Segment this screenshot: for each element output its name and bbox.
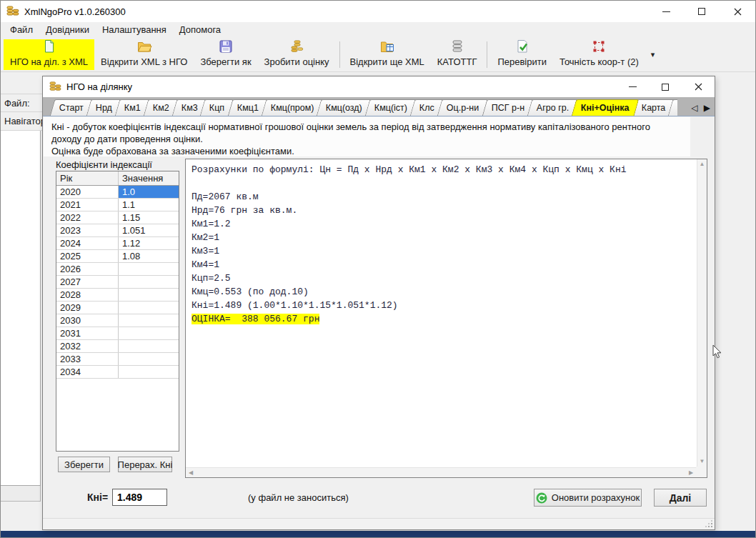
open-folder-icon [136,39,152,54]
kni-note: (у файл не заноситься) [248,492,349,503]
coordinate-precision-icon [591,39,607,54]
save-floppy-icon [218,39,234,54]
calc-line: Км2=1 [192,231,696,244]
table-row[interactable]: 2024 1.12 [56,237,179,250]
table-row[interactable]: 2026 [56,263,179,276]
dialog-title: НГО на ділянку [66,81,132,92]
toolbar-button-check[interactable]: Перевірити [491,39,553,70]
calc-line [192,176,696,190]
toolbar-dropdown-caret-icon[interactable] [645,39,661,70]
dialog-maximize-button[interactable] [649,76,682,97]
navigator-footer-stub [1,486,41,502]
calc-line: Км4=1 [192,258,696,272]
tab[interactable]: Кмц(пром) [261,99,323,116]
kni-input[interactable] [112,489,167,506]
table-row[interactable]: 2033 [56,353,179,366]
scroll-up-icon[interactable] [697,159,707,169]
toolbar-button-open-xml[interactable]: Відкрити XML з НГО [94,39,194,70]
dialog-close-button[interactable] [682,76,715,97]
table-row[interactable]: 2029 [56,302,179,314]
navigator-label: Навігатор [1,113,42,131]
table-row[interactable]: 2028 [56,289,179,302]
main-window: XmlNgoPro v1.0.260300 ФайлДовідникиНалаш… [0,0,756,538]
next-button[interactable]: Далі [654,489,707,507]
toolbar-button-save-as[interactable]: Зберегти як [194,39,257,70]
table-row[interactable]: 2034 [56,366,179,379]
scroll-right-icon[interactable] [686,468,696,477]
app-coins-icon [6,5,19,19]
folder-window-icon [379,39,395,54]
update-calculation-button[interactable]: Оновити розрахунок [534,489,642,507]
tab[interactable]: Кні+Оцінка [572,99,639,116]
dialog-statusbar [43,518,715,529]
dialog-minimize-button[interactable] [616,76,649,97]
toolbar-button-ngo-from-xml[interactable]: НГО на діл. з XML [4,39,94,70]
scroll-down-icon[interactable] [697,457,707,467]
taskbar-edge [1,531,755,537]
check-document-icon [514,39,530,54]
resize-grip[interactable] [706,521,712,527]
column-header-value[interactable]: Значення [119,171,179,185]
column-header-year[interactable]: Рік [56,171,119,185]
scrollbar-corner [696,467,707,477]
horizontal-scrollbar[interactable] [186,467,696,477]
minimize-icon [629,86,637,87]
calc-line: Розрахунки по формулі: Цн = Пд х Нрд х К… [192,163,696,176]
tab[interactable]: Агро гр. [527,99,579,116]
toolbar-separator [339,41,340,68]
dialog-coins-icon [49,81,61,94]
new-document-icon [41,39,57,54]
tab[interactable]: Оц.р-ни [437,99,489,116]
close-icon [695,83,702,91]
calc-line: Км3=1 [192,244,696,258]
tab-scroll-left-icon[interactable] [692,103,698,113]
menu-bar: ФайлДовідникиНалаштуванняДопомога [1,22,755,38]
recalculate-kni-button[interactable]: Перерах. Кні [118,457,172,472]
menu-item[interactable]: Налаштування [96,22,173,38]
coefficients-panel-title: Коефіцієнти індексації [56,159,152,170]
close-icon [734,8,742,16]
tab[interactable]: ПСГ р-н [482,99,534,116]
table-row[interactable]: 2021 1.1 [56,199,179,211]
minimize-button[interactable] [648,1,684,22]
navigator-tree-panel[interactable] [1,131,41,486]
description-text: Кні - добуток коефіцієнтів індексації но… [51,121,682,145]
table-row[interactable]: 2030 [56,314,179,327]
table-row[interactable]: 2031 [56,327,179,340]
tab[interactable]: Кмц(іст) [365,99,417,116]
file-label: Файл: [1,94,42,112]
main-titlebar: XmlNgoPro v1.0.260300 [1,1,755,22]
menu-item[interactable]: Файл [4,22,39,38]
table-row[interactable]: 2025 1.08 [56,250,179,263]
description-text: Оцінка буде обрахована за зазначеними ко… [51,145,682,157]
table-row[interactable]: 2032 [56,340,179,353]
calculation-output[interactable]: Розрахунки по формулі: Цн = Пд х Нрд х К… [185,159,707,478]
table-row[interactable]: 2020 1.0 [56,186,179,199]
calc-line: Км1=1.2 [192,217,696,231]
app-title: XmlNgoPro v1.0.260300 [24,6,126,17]
calc-line: Кцп=2.5 [192,272,696,285]
dialog-ngo-parcel: НГО на ділянку СтартНрдКм1Км2Км3КцпКмц1К… [42,76,715,530]
toolbar-button-make-evaluation[interactable]: Зробити оцінку [258,39,336,70]
toolbar-button-katottg[interactable]: КАТОТТГ [431,39,484,70]
maximize-icon [662,84,669,91]
maximize-button[interactable] [684,1,720,22]
tab-scroll-right-icon[interactable] [704,103,710,113]
vertical-scrollbar[interactable] [697,159,707,467]
kni-label: Кні= [87,492,108,503]
refresh-icon [536,492,547,504]
dialog-titlebar[interactable]: НГО на ділянку [43,76,715,97]
toolbar-button-precision[interactable]: Точність коор-т (2) [553,39,645,70]
table-row[interactable]: 2022 1.15 [56,211,179,224]
table-row[interactable]: 2027 [56,276,179,289]
save-coefficients-button[interactable]: Зберегти [58,457,110,472]
menu-item[interactable]: Допомога [173,22,227,38]
table-header: Рік Значення [56,171,179,186]
tab[interactable]: Кмц(озд) [317,99,372,116]
table-row[interactable]: 2023 1.051 [56,224,179,237]
close-button[interactable] [720,1,755,22]
menu-item[interactable]: Довідники [39,22,96,38]
scroll-left-icon[interactable] [186,468,196,477]
toolbar-button-open-more-xml[interactable]: Відкрити ще XML [344,39,431,70]
calc-line: Кмц=0.553 (по дод.10) [192,285,696,299]
